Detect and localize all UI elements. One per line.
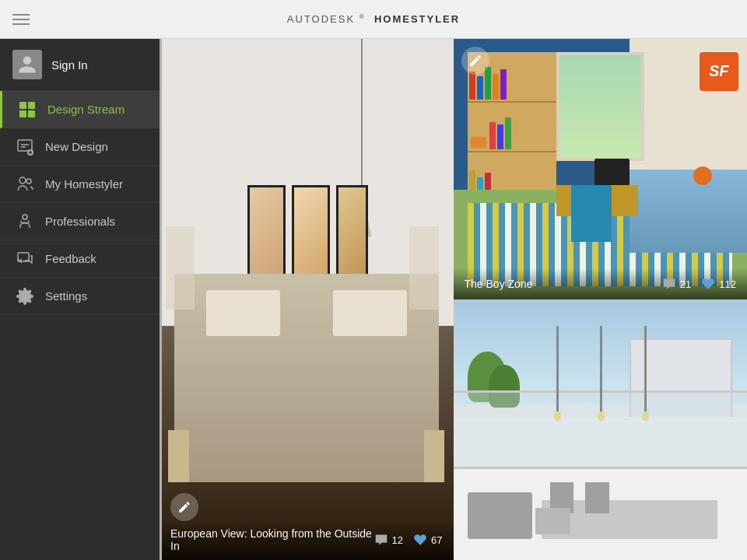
- edit-icon-boyzone: [468, 54, 482, 68]
- svg-point-7: [26, 179, 31, 184]
- comment-count-boyzone: 21: [680, 278, 691, 290]
- sidebar-item-my-homestyler[interactable]: My Homestyler: [0, 166, 160, 203]
- my-homestyler-label: My Homestyler: [45, 177, 123, 191]
- boyzone-scene: SF: [454, 39, 748, 299]
- bedroom-likes: 67: [412, 532, 442, 548]
- svg-point-6: [19, 177, 26, 184]
- feedback-label: Feedback: [45, 252, 96, 265]
- my-homestyler-icon: [12, 172, 37, 197]
- bz-monitor: [594, 159, 630, 185]
- edit-badge-bedroom[interactable]: [170, 493, 198, 521]
- edit-icon: [177, 500, 191, 514]
- new-design-label: New Design: [45, 140, 108, 153]
- heart-icon-bedroom: [412, 532, 428, 548]
- chat-icon-bz: [662, 278, 676, 290]
- design-stream-label: Design Stream: [47, 103, 124, 116]
- sidebar-item-new-design[interactable]: New Design: [0, 128, 160, 166]
- feedback-icon: [12, 247, 37, 271]
- svg-rect-3: [28, 110, 35, 117]
- bedroom-overlay: European View: Looking from the Outside …: [160, 520, 454, 560]
- boyzone-overlay: The Boy Zone 21 112: [454, 268, 748, 299]
- svg-rect-1: [28, 102, 35, 109]
- user-icon: [17, 54, 37, 75]
- mod-chair-2: [585, 482, 608, 513]
- pillow-left: [206, 290, 280, 336]
- sign-in-label: Sign In: [51, 58, 88, 72]
- side-table-left: [168, 430, 188, 482]
- boyzone-stats: 21 112: [661, 276, 736, 292]
- bz-chair: [571, 185, 612, 243]
- sidebar-item-design-stream[interactable]: Design Stream: [0, 91, 160, 128]
- comment-icon-bedroom: [374, 532, 389, 548]
- menu-button[interactable]: [12, 14, 30, 25]
- side-table-right: [424, 430, 444, 482]
- heart-icon-bz: [701, 277, 715, 291]
- settings-label: Settings: [45, 289, 87, 303]
- mod-pendant-3: [644, 326, 647, 417]
- modern-scene: [454, 299, 748, 560]
- boyzone-likes: 112: [700, 276, 736, 292]
- sidebar-item-professionals[interactable]: Professionals: [0, 203, 160, 240]
- svg-point-8: [23, 215, 27, 219]
- avatar: [12, 50, 42, 79]
- chair-left: [166, 226, 195, 310]
- heart-icon-boyzone: [700, 276, 716, 292]
- sf-giants-badge: SF: [700, 52, 738, 91]
- like-count-boyzone: 112: [719, 278, 736, 290]
- professionals-icon: [12, 209, 37, 234]
- like-count-bedroom: 67: [431, 534, 442, 546]
- title-suffix: HOMESTYLER: [374, 13, 460, 25]
- bz-window: [556, 52, 644, 162]
- professionals-label: Professionals: [45, 215, 115, 228]
- mod-pendant-1: [556, 326, 559, 417]
- svg-rect-0: [19, 102, 26, 109]
- sidebar-item-settings[interactable]: Settings: [0, 278, 160, 315]
- app-title: AUTODESK ® HOMESTYLER: [287, 13, 460, 25]
- design-tile-modern[interactable]: [454, 299, 748, 560]
- bed: [174, 274, 439, 482]
- settings-icon: [12, 284, 37, 309]
- comment-count-bedroom: 12: [392, 534, 403, 546]
- mod-coffee-table: [535, 508, 570, 534]
- new-design-icon: [12, 135, 37, 159]
- sidebar: Sign In Design Stream New Design: [0, 39, 160, 560]
- boyzone-comments: 21: [661, 276, 691, 292]
- edit-badge-boyzone[interactable]: [461, 47, 489, 75]
- bz-bed: [630, 170, 747, 253]
- trademark-symbol: ®: [359, 13, 366, 20]
- bedroom-stats: 12 67: [374, 532, 443, 548]
- pillow-right: [333, 290, 407, 336]
- bz-basketball: [693, 166, 712, 185]
- sign-in-button[interactable]: Sign In: [0, 39, 160, 91]
- mod-sofa: [468, 492, 532, 539]
- comment-icon-boyzone: [661, 276, 677, 292]
- chair-right: [409, 226, 439, 310]
- boyzone-title: The Boy Zone: [465, 278, 533, 290]
- bz-bookshelf: [468, 52, 556, 203]
- design-tile-boyzone[interactable]: SF The Boy Zone 21: [454, 39, 748, 299]
- header: AUTODESK ® HOMESTYLER: [0, 0, 747, 39]
- bedroom-comments: 12: [374, 532, 403, 548]
- main-divider-horizontal: [160, 299, 747, 302]
- svg-rect-2: [19, 110, 26, 117]
- mod-pendant-2: [600, 326, 602, 417]
- bedroom-title: European View: Looking from the Outside …: [170, 527, 374, 552]
- heart-icon: [413, 533, 427, 547]
- design-stream-icon: [15, 97, 40, 122]
- svg-rect-4: [18, 140, 32, 151]
- title-prefix: AUTODESK: [287, 13, 355, 25]
- sidebar-item-feedback[interactable]: Feedback: [0, 240, 160, 278]
- chat-icon: [374, 534, 388, 546]
